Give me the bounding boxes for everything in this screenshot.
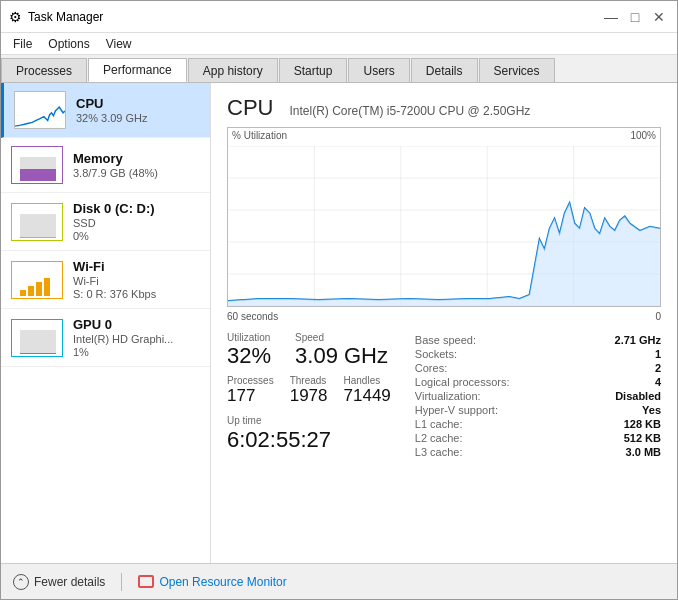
gpu-info: GPU 0 Intel(R) HD Graphi... 1% bbox=[73, 317, 173, 358]
info-column: Base speed: 2.71 GHz Sockets: 1 Cores: 2 bbox=[415, 332, 661, 458]
l3-label: L3 cache: bbox=[415, 446, 463, 458]
threads-label: Threads bbox=[290, 375, 328, 386]
uptime-block: Up time 6:02:55:27 bbox=[227, 413, 391, 453]
wifi-sub2: S: 0 R: 376 Kbps bbox=[73, 288, 156, 300]
title-bar-controls: — □ ✕ bbox=[601, 7, 669, 27]
tab-performance[interactable]: Performance bbox=[88, 58, 187, 82]
gpu-sub2: 1% bbox=[73, 346, 173, 358]
handles-value: 71449 bbox=[344, 386, 391, 406]
main-content: CPU 32% 3.09 GHz Memory 3.8/7.9 GB (48%) bbox=[1, 83, 677, 563]
gpu-sub1: Intel(R) HD Graphi... bbox=[73, 333, 173, 345]
sidebar-item-wifi[interactable]: Wi-Fi Wi-Fi S: 0 R: 376 Kbps bbox=[1, 251, 210, 309]
gpu-thumbnail bbox=[11, 319, 63, 357]
l1-label: L1 cache: bbox=[415, 418, 463, 430]
chart-bottom-right: 0 bbox=[655, 311, 661, 322]
menu-options[interactable]: Options bbox=[40, 35, 97, 53]
disk-sub1: SSD bbox=[73, 217, 155, 229]
stats-column: Utilization 32% Speed 3.09 GHz Processes… bbox=[227, 332, 391, 458]
base-speed-value: 2.71 GHz bbox=[615, 334, 661, 346]
speed-block: Speed 3.09 GHz bbox=[295, 332, 388, 369]
menu-file[interactable]: File bbox=[5, 35, 40, 53]
chart-bottom-left: 60 seconds bbox=[227, 311, 278, 322]
window-title: Task Manager bbox=[28, 10, 103, 24]
processes-block: Processes 177 bbox=[227, 375, 274, 406]
memory-info: Memory 3.8/7.9 GB (48%) bbox=[73, 151, 158, 179]
maximize-button[interactable]: □ bbox=[625, 7, 645, 27]
open-resource-monitor-link[interactable]: Open Resource Monitor bbox=[138, 575, 286, 589]
gpu-label: GPU 0 bbox=[73, 317, 173, 332]
utilization-label: Utilization bbox=[227, 332, 271, 343]
memory-stats: 3.8/7.9 GB (48%) bbox=[73, 167, 158, 179]
info-base-speed: Base speed: 2.71 GHz bbox=[415, 334, 661, 346]
sidebar: CPU 32% 3.09 GHz Memory 3.8/7.9 GB (48%) bbox=[1, 83, 211, 563]
tab-details[interactable]: Details bbox=[411, 58, 478, 82]
chart-bottom-labels: 60 seconds 0 bbox=[227, 311, 661, 322]
memory-label: Memory bbox=[73, 151, 158, 166]
base-speed-label: Base speed: bbox=[415, 334, 476, 346]
handles-label: Handles bbox=[344, 375, 391, 386]
tab-users[interactable]: Users bbox=[348, 58, 409, 82]
logical-value: 4 bbox=[655, 376, 661, 388]
footer: ⌃ Fewer details Open Resource Monitor bbox=[1, 563, 677, 599]
chevron-up-icon: ⌃ bbox=[13, 574, 29, 590]
tab-startup[interactable]: Startup bbox=[279, 58, 348, 82]
sidebar-item-gpu[interactable]: GPU 0 Intel(R) HD Graphi... 1% bbox=[1, 309, 210, 367]
wifi-thumbnail bbox=[11, 261, 63, 299]
monitor-icon bbox=[138, 575, 154, 588]
title-bar: ⚙ Task Manager — □ ✕ bbox=[1, 1, 677, 33]
info-logical: Logical processors: 4 bbox=[415, 376, 661, 388]
cpu-label: CPU bbox=[76, 96, 148, 111]
logical-label: Logical processors: bbox=[415, 376, 510, 388]
sidebar-item-cpu[interactable]: CPU 32% 3.09 GHz bbox=[1, 83, 210, 138]
cpu-panel-subtitle: Intel(R) Core(TM) i5-7200U CPU @ 2.50GHz bbox=[289, 104, 530, 118]
menu-view[interactable]: View bbox=[98, 35, 140, 53]
virtualization-label: Virtualization: bbox=[415, 390, 481, 402]
cpu-header: CPU Intel(R) Core(TM) i5-7200U CPU @ 2.5… bbox=[227, 95, 661, 121]
hyperv-value: Yes bbox=[642, 404, 661, 416]
tab-processes[interactable]: Processes bbox=[1, 58, 87, 82]
cores-value: 2 bbox=[655, 362, 661, 374]
open-resource-monitor-label: Open Resource Monitor bbox=[159, 575, 286, 589]
sidebar-item-disk[interactable]: Disk 0 (C: D:) SSD 0% bbox=[1, 193, 210, 251]
info-l3: L3 cache: 3.0 MB bbox=[415, 446, 661, 458]
cpu-detail-panel: CPU Intel(R) Core(TM) i5-7200U CPU @ 2.5… bbox=[211, 83, 677, 563]
menu-bar: File Options View bbox=[1, 33, 677, 55]
virtualization-value: Disabled bbox=[615, 390, 661, 402]
sidebar-item-memory[interactable]: Memory 3.8/7.9 GB (48%) bbox=[1, 138, 210, 193]
memory-thumbnail bbox=[11, 146, 63, 184]
disk-sub2: 0% bbox=[73, 230, 155, 242]
cores-label: Cores: bbox=[415, 362, 447, 374]
speed-value: 3.09 GHz bbox=[295, 343, 388, 369]
uptime-value: 6:02:55:27 bbox=[227, 427, 391, 453]
cpu-chart: % Utilization 100% bbox=[227, 127, 661, 307]
l3-value: 3.0 MB bbox=[626, 446, 661, 458]
chart-label-utilization: % Utilization bbox=[232, 130, 287, 141]
close-button[interactable]: ✕ bbox=[649, 7, 669, 27]
uptime-label: Up time bbox=[227, 415, 261, 426]
fewer-details-label: Fewer details bbox=[34, 575, 105, 589]
tab-bar: Processes Performance App history Startu… bbox=[1, 55, 677, 83]
stats-info-area: Utilization 32% Speed 3.09 GHz Processes… bbox=[227, 332, 661, 458]
footer-divider bbox=[121, 573, 122, 591]
processes-label: Processes bbox=[227, 375, 274, 386]
fewer-details-button[interactable]: ⌃ Fewer details bbox=[13, 574, 105, 590]
hyperv-label: Hyper-V support: bbox=[415, 404, 498, 416]
threads-block: Threads 1978 bbox=[290, 375, 328, 406]
cpu-info: CPU 32% 3.09 GHz bbox=[76, 96, 148, 124]
info-l2: L2 cache: 512 KB bbox=[415, 432, 661, 444]
speed-label: Speed bbox=[295, 332, 388, 343]
processes-value: 177 bbox=[227, 386, 274, 406]
info-cores: Cores: 2 bbox=[415, 362, 661, 374]
minimize-button[interactable]: — bbox=[601, 7, 621, 27]
tab-services[interactable]: Services bbox=[479, 58, 555, 82]
chart-label-100: 100% bbox=[630, 130, 656, 141]
info-hyperv: Hyper-V support: Yes bbox=[415, 404, 661, 416]
wifi-label: Wi-Fi bbox=[73, 259, 156, 274]
disk-label: Disk 0 (C: D:) bbox=[73, 201, 155, 216]
task-manager-window: ⚙ Task Manager — □ ✕ File Options View P… bbox=[0, 0, 678, 600]
tab-app-history[interactable]: App history bbox=[188, 58, 278, 82]
title-bar-left: ⚙ Task Manager bbox=[9, 9, 103, 25]
disk-thumbnail bbox=[11, 203, 63, 241]
svg-rect-0 bbox=[15, 92, 65, 128]
wifi-info: Wi-Fi Wi-Fi S: 0 R: 376 Kbps bbox=[73, 259, 156, 300]
